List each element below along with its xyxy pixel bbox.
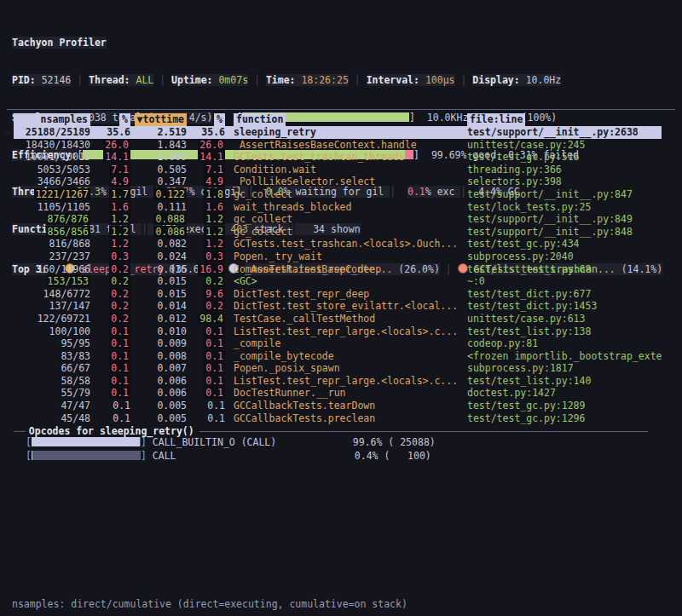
cell-p1: 1.2 (90, 213, 130, 226)
cell-ns: 137/147 (14, 300, 90, 313)
col-header-pct-cumulative[interactable]: % (187, 113, 225, 126)
cell-tt: 0.014 (130, 300, 187, 313)
cell-tt: 0.008 (130, 350, 187, 363)
cell-file: doctest.py:1427 (467, 387, 662, 400)
cell-ns: 47/47 (14, 400, 90, 412)
table-row[interactable]: 160/119660.20.01616.9CommonTest.test_rep… (14, 263, 662, 276)
cell-tt: 0.086 (130, 226, 187, 239)
cell-tt: 0.010 (130, 325, 187, 338)
cell-tt: 0.006 (130, 375, 187, 388)
table-row[interactable]: 66/670.10.0070.1Popen._posix_spawnsubpro… (14, 362, 662, 375)
cell-ns: 5053/5053 (14, 164, 90, 176)
cell-p1: 0.2 (90, 300, 130, 313)
col-header-function[interactable]: function (225, 113, 467, 126)
cell-tt: 1.843 (130, 139, 187, 152)
table-row[interactable]: 5053/50537.10.5057.1Condition.waitthread… (14, 164, 662, 176)
table-row[interactable]: 3466/34664.90.3474.9_PollLikeSelector.se… (14, 176, 662, 188)
cell-file: unittest/case.py:245 (467, 139, 662, 152)
cell-file: subprocess.py:1817 (467, 362, 662, 375)
cell-file: test/test_gc.py:434 (467, 238, 662, 250)
cell-p2: 1.2 (187, 213, 225, 226)
cell-p1: 0.1 (90, 412, 130, 425)
table-row[interactable]: 137/1470.20.0140.2DictTest.test_store_ev… (14, 300, 662, 313)
cell-fn: CommonTest.test_repr_deep (225, 263, 467, 276)
col-header-tottime-sorted[interactable]: ▼tottime (130, 113, 187, 126)
cell-ns: 58/58 (14, 375, 90, 388)
opcode-percent: 99.6% ( 25088) (353, 436, 431, 450)
cell-p1: 0.3 (90, 250, 130, 263)
cell-tt: 0.024 (130, 250, 187, 263)
table-row[interactable]: 237/2370.30.0240.3Popen._try_waitsubproc… (14, 250, 662, 263)
cell-p2: 0.1 (187, 350, 225, 363)
table-row[interactable]: 10001/1001514.11.00014.1GCTests.test_tra… (14, 151, 662, 164)
table-row[interactable]: 95/950.10.0090.1_compilecodeop.py:81 (14, 337, 662, 350)
cell-file: test/test_dict.py:677 (467, 288, 662, 301)
table-row[interactable]: 100/1000.10.0100.1ListTest.test_repr_lar… (14, 325, 662, 338)
cell-p1: 26.0 (90, 139, 130, 152)
rule-left: ── (14, 425, 26, 438)
cell-file: <frozen importlib._bootstrap_externa (467, 350, 662, 363)
cell-ns: 83/83 (14, 350, 90, 363)
cell-file: unittest/case.py:613 (467, 313, 662, 325)
cell-ns: 856/856 (14, 226, 90, 239)
cell-p1: 0.2 (90, 288, 130, 301)
table-row[interactable]: 47/470.10.0050.1GCCallbackTests.tearDown… (14, 400, 662, 412)
cell-p1: 0.1 (90, 337, 130, 350)
cell-p1: 1.7 (90, 188, 130, 201)
cell-fn: _AssertRaisesBaseContext.handle (225, 139, 467, 152)
cell-file: codeop.py:81 (467, 337, 662, 350)
cell-tt: 1.000 (130, 151, 187, 164)
table-row[interactable]: 856/8561.20.0861.2gc_collecttest/support… (14, 226, 662, 239)
table-row[interactable]: 58/580.10.0060.1ListTest.test_repr_large… (14, 375, 662, 388)
col-header-pct-direct[interactable]: % (90, 113, 130, 126)
cell-tt: 2.519 (130, 126, 187, 139)
cell-file: test/test_gc.py:1289 (467, 400, 662, 412)
col-header-file-line[interactable]: file:line (467, 113, 662, 126)
table-row[interactable]: 83/830.10.0080.1_compile_bytecode<frozen… (14, 350, 662, 363)
cell-file: test/support/__init__.py:849 (467, 213, 662, 226)
cell-p2: 0.3 (187, 250, 225, 263)
cell-tt: 0.016 (130, 263, 187, 276)
table-row[interactable]: 153/1530.20.0150.2<GC>~:0 (14, 275, 662, 288)
table-row[interactable]: 1105/11051.60.1111.6wait_threads_blocked… (14, 201, 662, 214)
cell-p1: 1.2 (90, 238, 130, 250)
table-row[interactable]: 1221/12671.70.1221.8gc_collecttest/suppo… (14, 188, 662, 201)
cell-fn: DocTestRunner.__run (225, 387, 467, 400)
table-row[interactable]: 876/8761.20.0881.2gc_collecttest/support… (14, 213, 662, 226)
cell-fn: TestCase._callTestMethod (225, 313, 467, 325)
cell-ns: 55/79 (14, 387, 90, 400)
cell-p2: 1.8 (187, 188, 225, 201)
col-header-nsamples[interactable]: nsamples (14, 113, 90, 126)
cell-p2: 0.2 (187, 300, 225, 313)
cell-tt: 0.005 (130, 412, 187, 425)
cell-fn: gc_collect (225, 188, 467, 201)
selection-arrow-icon: ─▶ (1, 126, 10, 139)
app-title-line: Tachyon Profiler (12, 37, 673, 49)
cell-tt: 0.088 (130, 213, 187, 226)
cell-file: threading.py:366 (467, 164, 662, 176)
cell-p2: 1.2 (187, 226, 225, 239)
cell-p2: 0.1 (187, 337, 225, 350)
cell-p1: 1.2 (90, 226, 130, 239)
cell-tt: 0.122 (130, 188, 187, 201)
table-row[interactable]: ─▶25188/2518935.62.51935.6sleeping_retry… (14, 126, 662, 139)
cell-p1: 0.1 (90, 400, 130, 412)
cell-tt: 0.015 (130, 275, 187, 288)
table-row[interactable]: 816/8681.20.0821.2GCTests.test_trashcan.… (14, 238, 662, 250)
cell-fn: <GC> (225, 275, 467, 288)
cell-file: ~:0 (467, 275, 662, 288)
cell-ns: 3466/3466 (14, 176, 90, 188)
table-row[interactable]: 18430/1843026.01.84326.0_AssertRaisesBas… (14, 139, 662, 152)
table-row[interactable]: 55/790.10.0060.1DocTestRunner.__rundocte… (14, 387, 662, 400)
cell-file: selectors.py:398 (467, 176, 662, 188)
cell-p1: 0.1 (90, 325, 130, 338)
table-row[interactable]: 122/697210.20.01298.4TestCase._callTestM… (14, 313, 662, 325)
cell-fn: _PollLikeSelector.select (225, 176, 467, 188)
cell-p1: 1.6 (90, 201, 130, 214)
table-row[interactable]: 148/67720.20.0159.6DictTest.test_repr_de… (14, 288, 662, 301)
table-row[interactable]: 45/480.10.0050.1GCCallbackTests.preclean… (14, 412, 662, 425)
cell-p2: 14.1 (187, 151, 225, 164)
cell-fn: Popen._try_wait (225, 250, 467, 263)
cell-p2: 1.2 (187, 238, 225, 250)
table-header: nsamples % ▼tottime % function file:line (14, 113, 662, 126)
